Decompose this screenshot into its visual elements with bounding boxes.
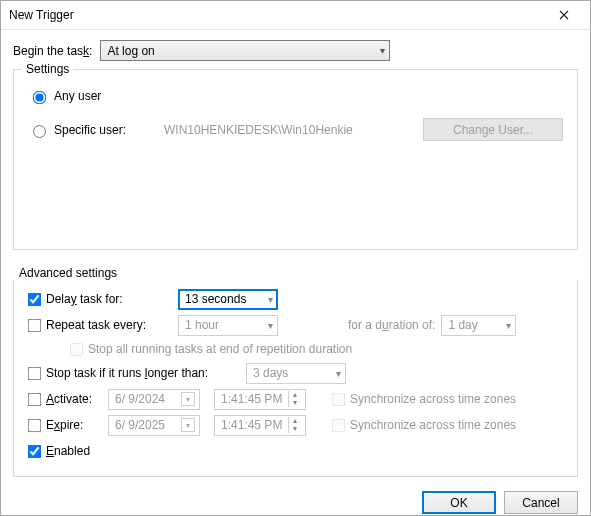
specific-user-label: Specific user:: [54, 123, 164, 137]
activate-sync-checkbox: [332, 392, 346, 406]
delay-checkbox[interactable]: [28, 292, 42, 306]
content: Begin the task: At log on ▾ Settings Any…: [1, 30, 590, 485]
chevron-down-icon: ▾: [380, 45, 385, 56]
footer: OK Cancel: [1, 485, 590, 516]
begin-task-row: Begin the task: At log on ▾: [13, 40, 578, 61]
repeat-checkbox[interactable]: [28, 318, 42, 332]
expire-sync-row: Synchronize across time zones: [328, 416, 516, 435]
duration-value: 1 day: [448, 318, 477, 332]
chevron-down-icon: ▾: [268, 320, 273, 331]
repeat-row: Repeat task every: 1 hour ▾ for a durati…: [24, 312, 567, 338]
activate-row: Activate: 6/ 9/2024 ▾ 1:41:45 PM ▲▼ Sync…: [24, 386, 567, 412]
advanced-group: Delay task for: 13 seconds ▾ Repeat task…: [13, 271, 578, 477]
settings-group: Settings Any user Specific user: WIN10HE…: [13, 69, 578, 250]
repeat-value: 1 hour: [185, 318, 219, 332]
expire-sync-checkbox: [332, 418, 346, 432]
specific-user-row: Specific user: WIN10HENKIEDESK\Win10Henk…: [28, 118, 563, 141]
expire-checkbox[interactable]: [28, 418, 42, 432]
specific-user-value: WIN10HENKIEDESK\Win10Henkie: [164, 123, 423, 137]
stop-long-value: 3 days: [253, 366, 288, 380]
calendar-icon: ▾: [181, 418, 195, 432]
expire-date: 6/ 9/2025 ▾: [108, 415, 200, 436]
delay-combo[interactable]: 13 seconds ▾: [178, 289, 278, 310]
repeat-combo: 1 hour ▾: [178, 315, 278, 336]
begin-task-dropdown[interactable]: At log on ▾: [100, 40, 390, 61]
enabled-checkbox[interactable]: [28, 444, 42, 458]
chevron-down-icon: ▾: [336, 368, 341, 379]
change-user-button: Change User...: [423, 118, 563, 141]
specific-user-radio[interactable]: [33, 125, 46, 138]
expire-row: Expire: 6/ 9/2025 ▾ 1:41:45 PM ▲▼ Synchr…: [24, 412, 567, 438]
delay-row: Delay task for: 13 seconds ▾: [24, 286, 567, 312]
any-user-radio[interactable]: [33, 91, 47, 105]
ok-button[interactable]: OK: [422, 491, 496, 514]
stop-long-checkbox[interactable]: [28, 366, 42, 380]
close-icon: [559, 10, 569, 20]
duration-combo: 1 day ▾: [441, 315, 516, 336]
activate-sync-row: Synchronize across time zones: [328, 390, 516, 409]
activate-checkbox[interactable]: [28, 392, 42, 406]
chevron-down-icon: ▾: [506, 320, 511, 331]
enabled-row: Enabled: [24, 438, 567, 464]
duration-label: for a duration of:: [348, 318, 435, 332]
window-title: New Trigger: [9, 8, 74, 22]
stop-long-label: Stop task if it runs longer than:: [46, 366, 246, 380]
spinner-icon: ▲▼: [288, 391, 301, 407]
stop-long-row: Stop task if it runs longer than: 3 days…: [24, 360, 567, 386]
delay-label: Delay task for:: [46, 292, 178, 306]
window: New Trigger Begin the task: At log on ▾ …: [0, 0, 591, 516]
stop-all-label: Stop all running tasks at end of repetit…: [88, 342, 352, 356]
enabled-label: Enabled: [46, 444, 90, 458]
settings-legend: Settings: [22, 62, 73, 76]
activate-sync-label: Synchronize across time zones: [350, 392, 516, 406]
chevron-down-icon: ▾: [268, 294, 273, 305]
spinner-icon: ▲▼: [288, 417, 301, 433]
expire-time: 1:41:45 PM ▲▼: [214, 415, 306, 436]
begin-task-value: At log on: [107, 44, 154, 58]
any-user-label: Any user: [54, 89, 101, 103]
stop-all-checkbox: [70, 343, 83, 356]
close-button[interactable]: [544, 1, 584, 29]
begin-task-label: Begin the task:: [13, 44, 92, 58]
stop-all-row: Stop all running tasks at end of repetit…: [24, 338, 567, 360]
calendar-icon: ▾: [181, 392, 195, 406]
advanced-legend: Advanced settings: [13, 266, 578, 280]
any-user-row: Any user: [28, 88, 563, 104]
activate-label: Activate:: [46, 392, 108, 406]
cancel-button[interactable]: Cancel: [504, 491, 578, 514]
stop-long-combo: 3 days ▾: [246, 363, 346, 384]
activate-date: 6/ 9/2024 ▾: [108, 389, 200, 410]
expire-sync-label: Synchronize across time zones: [350, 418, 516, 432]
titlebar: New Trigger: [1, 1, 590, 30]
delay-value: 13 seconds: [185, 292, 246, 306]
repeat-label: Repeat task every:: [46, 318, 178, 332]
activate-time: 1:41:45 PM ▲▼: [214, 389, 306, 410]
expire-label: Expire:: [46, 418, 108, 432]
